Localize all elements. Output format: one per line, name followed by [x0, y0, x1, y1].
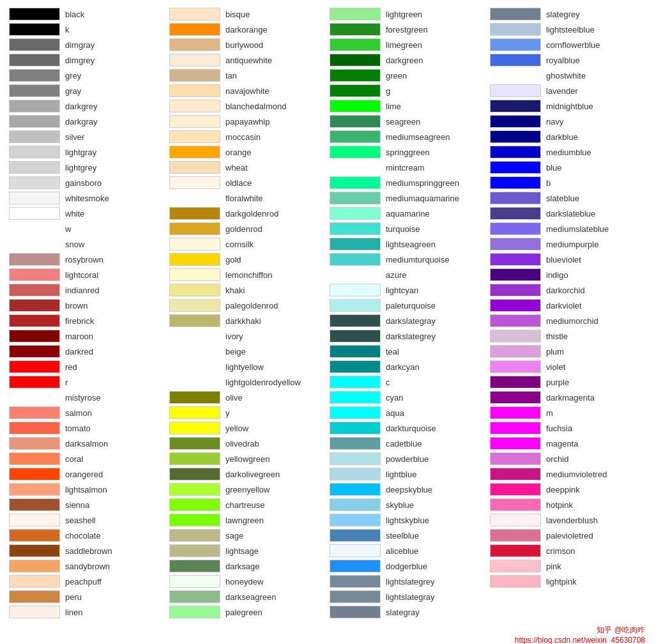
color-row: purple	[487, 374, 648, 390]
color-swatch	[169, 23, 220, 36]
color-row: mediumpurple	[487, 236, 648, 252]
color-name-label: lemonchiffon	[225, 270, 272, 280]
color-name-label: lightsage	[225, 546, 259, 556]
color-swatch	[9, 422, 60, 434]
color-name-label: mediumseagreen	[386, 132, 450, 142]
color-name-label: mistyrose	[65, 393, 101, 402]
color-swatch	[9, 54, 60, 66]
color-swatch	[490, 161, 541, 174]
color-name-label: cadetblue	[386, 439, 422, 448]
color-swatch	[490, 376, 541, 388]
color-row: darkkhaki	[167, 313, 327, 328]
color-row: cornflowerblue	[487, 37, 648, 52]
color-row: lightcyan	[327, 282, 487, 298]
color-name-label: indianred	[65, 286, 100, 295]
color-row: lightgreen	[327, 6, 487, 22]
color-swatch	[490, 483, 541, 496]
color-row: orangered	[6, 466, 167, 482]
color-name-label: sandybrown	[65, 562, 110, 571]
color-name-label: peru	[65, 592, 82, 602]
color-row: aquamarine	[327, 206, 487, 221]
color-name-label: tan	[225, 71, 237, 80]
color-swatch	[169, 38, 220, 51]
color-name-label: purple	[546, 378, 569, 387]
color-name-label: olive	[225, 393, 243, 402]
color-row: hotpink	[487, 497, 648, 512]
color-name-label: sienna	[65, 500, 89, 510]
color-name-label: rosybrown	[65, 255, 103, 264]
color-name-label: mediumpurple	[546, 240, 598, 249]
color-row: lightslategrey	[327, 574, 487, 589]
color-swatch	[169, 54, 220, 66]
color-row: lightpink	[487, 574, 648, 589]
color-name-label: slategray	[386, 608, 420, 617]
color-row: rosybrown	[6, 252, 167, 267]
color-swatch	[330, 360, 381, 373]
color-row: silver	[6, 129, 167, 144]
watermark-platform: 知乎	[597, 625, 614, 634]
color-row: blanchedalmond	[167, 98, 327, 114]
color-swatch	[9, 268, 60, 281]
color-row: dimgray	[6, 37, 167, 52]
color-swatch	[330, 529, 381, 542]
color-row: darkslategray	[327, 313, 487, 328]
color-row: darkviolet	[487, 298, 648, 313]
color-row: deeppink	[487, 482, 648, 497]
color-row: mediumspringgreen	[327, 175, 487, 190]
color-row: r	[6, 374, 167, 390]
color-swatch	[169, 560, 220, 572]
color-name-label: lightslategray	[386, 592, 435, 602]
color-row: gold	[167, 252, 327, 267]
color-swatch	[490, 222, 541, 235]
color-row: y	[167, 405, 327, 420]
color-name-label: darkslategrey	[386, 332, 436, 341]
color-name-label: darkgreen	[386, 56, 423, 65]
color-swatch	[169, 514, 220, 526]
color-name-label: chartreuse	[225, 500, 264, 510]
color-name-label: magenta	[546, 439, 579, 448]
color-swatch	[330, 54, 381, 66]
color-name-label: aqua	[386, 408, 404, 418]
color-row: azure	[327, 267, 487, 282]
color-row: forestgreen	[327, 22, 487, 37]
color-name-label: lightsteelblue	[546, 25, 595, 34]
color-row: b	[487, 175, 648, 190]
color-row: black	[6, 6, 167, 22]
color-swatch	[490, 23, 541, 36]
color-row: tomato	[6, 420, 167, 436]
color-row: mediumslateblue	[487, 221, 648, 236]
color-row: darkgrey	[6, 98, 167, 114]
color-row: tan	[167, 68, 327, 83]
color-name-label: lightslategrey	[386, 577, 435, 586]
color-row: aqua	[327, 405, 487, 420]
color-name-label: cornsilk	[225, 240, 254, 249]
color-name-label: aquamarine	[386, 209, 430, 218]
color-name-label: forestgreen	[386, 25, 428, 34]
color-swatch	[330, 115, 381, 128]
color-name-label: lightpink	[546, 577, 577, 586]
color-name-label: darkcyan	[386, 362, 420, 372]
color-name-label: lightcoral	[65, 270, 98, 280]
color-row: brown	[6, 298, 167, 313]
color-swatch	[169, 207, 220, 220]
color-row: midnightblue	[487, 98, 648, 114]
color-row: peru	[6, 589, 167, 604]
color-row: mintcream	[327, 160, 487, 175]
color-swatch	[330, 575, 381, 588]
color-row: darkseagreen	[167, 589, 327, 604]
color-row: olivedrab	[167, 436, 327, 451]
color-swatch	[330, 452, 381, 465]
color-swatch	[169, 314, 220, 327]
color-row: teal	[327, 344, 487, 359]
color-swatch	[9, 314, 60, 327]
color-name-label: plum	[546, 347, 564, 356]
color-row: slategrey	[487, 6, 648, 22]
color-swatch	[490, 529, 541, 542]
color-row: blueviolet	[487, 252, 648, 267]
color-name-label: lavender	[546, 86, 578, 96]
color-swatch	[169, 452, 220, 465]
color-name-label: lawngreen	[225, 516, 264, 525]
color-swatch	[9, 575, 60, 588]
color-swatch	[330, 483, 381, 496]
color-row: snow	[6, 236, 167, 252]
